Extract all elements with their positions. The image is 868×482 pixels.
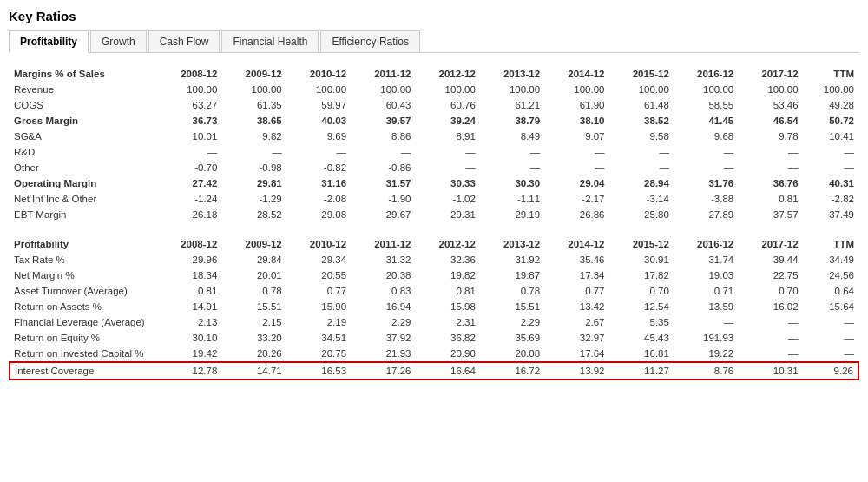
row-value: 9.69	[286, 129, 351, 144]
column-header: 2011-12	[351, 60, 415, 82]
tab-growth[interactable]: Growth	[90, 30, 147, 52]
row-value: 100.00	[351, 82, 415, 97]
row-label: Net Int Inc & Other	[10, 191, 157, 207]
row-value: —	[674, 160, 738, 175]
tab-profitability[interactable]: Profitability	[9, 30, 89, 53]
row-value: —	[415, 160, 479, 175]
column-header: 2013-12	[480, 230, 544, 252]
row-value: 31.57	[351, 175, 415, 191]
tab-efficiency-ratios[interactable]: Efficiency Ratios	[320, 30, 419, 52]
row-value: 15.51	[480, 299, 544, 314]
column-header: 2009-12	[221, 230, 286, 252]
row-value: 9.26	[803, 362, 858, 380]
row-value: 100.00	[674, 82, 738, 97]
row-label: SG&A	[10, 129, 157, 144]
row-value: 36.82	[415, 330, 479, 346]
row-value: 19.42	[157, 346, 221, 362]
page-title: Key Ratios	[9, 9, 859, 23]
key-ratios-table: Margins % of Sales2008-122009-122010-122…	[9, 60, 859, 380]
row-value: 29.08	[286, 207, 351, 222]
row-value: 100.00	[221, 82, 286, 97]
column-header: 2017-12	[738, 60, 802, 82]
row-value: 9.78	[738, 129, 802, 144]
tab-financial-health[interactable]: Financial Health	[221, 30, 319, 52]
row-value: 12.54	[609, 299, 674, 314]
row-value: 10.31	[738, 362, 802, 380]
row-value: 29.67	[351, 207, 415, 222]
row-label: Return on Assets %	[10, 299, 157, 314]
row-value: 16.53	[286, 362, 351, 380]
row-value: —	[738, 160, 802, 175]
row-label: EBT Margin	[10, 207, 157, 222]
tab-cash-flow[interactable]: Cash Flow	[148, 30, 220, 52]
row-value: 100.00	[609, 82, 674, 97]
column-header: 2008-12	[157, 230, 221, 252]
row-value: 31.32	[351, 252, 415, 267]
row-value: 40.03	[286, 113, 351, 129]
row-value: 8.86	[351, 129, 415, 144]
row-value: 60.76	[415, 97, 479, 113]
row-value: —	[480, 144, 544, 160]
row-value: 46.54	[738, 113, 802, 129]
table-row: Net Int Inc & Other-1.24-1.29-2.08-1.90-…	[10, 191, 858, 207]
row-value: 13.92	[544, 362, 608, 380]
row-value: 8.91	[415, 129, 479, 144]
row-value: 15.51	[221, 299, 286, 314]
row-value: —	[544, 144, 608, 160]
row-value: 61.48	[609, 97, 674, 113]
row-value: 100.00	[286, 82, 351, 97]
row-value: 58.55	[674, 97, 738, 113]
row-value: 29.31	[415, 207, 479, 222]
row-value: 2.19	[286, 314, 351, 330]
row-value: 63.27	[157, 97, 221, 113]
table-row: Revenue100.00100.00100.00100.00100.00100…	[10, 82, 858, 97]
row-value: 5.35	[609, 314, 674, 330]
row-value: 15.98	[415, 299, 479, 314]
row-value: 29.96	[157, 252, 221, 267]
row-value: 29.04	[544, 175, 608, 191]
row-value: 0.64	[803, 283, 858, 299]
row-label: Operating Margin	[10, 175, 157, 191]
row-value: 22.75	[738, 267, 802, 283]
section-header-label: Margins % of Sales	[10, 60, 157, 82]
row-value: 41.45	[674, 113, 738, 129]
column-header: 2009-12	[221, 60, 286, 82]
row-value: 35.46	[544, 252, 608, 267]
row-value: —	[609, 160, 674, 175]
row-value: 20.90	[415, 346, 479, 362]
row-value: 34.51	[286, 330, 351, 346]
table-row: Net Margin %18.3420.0120.5520.3819.8219.…	[10, 267, 858, 283]
column-header: 2013-12	[480, 60, 544, 82]
row-value: 18.34	[157, 267, 221, 283]
row-value: 14.91	[157, 299, 221, 314]
row-value: -1.29	[221, 191, 286, 207]
row-value: —	[221, 144, 286, 160]
table-row: Return on Assets %14.9115.5115.9016.9415…	[10, 299, 858, 314]
row-value: 19.22	[674, 346, 738, 362]
row-value: —	[415, 144, 479, 160]
column-header: 2016-12	[674, 60, 738, 82]
row-label: Tax Rate %	[10, 252, 157, 267]
row-value: —	[738, 314, 802, 330]
row-value: 10.01	[157, 129, 221, 144]
table-row: Asset Turnover (Average)0.810.780.770.83…	[10, 283, 858, 299]
row-value: 0.81	[415, 283, 479, 299]
row-value: 16.02	[738, 299, 802, 314]
row-value: 35.69	[480, 330, 544, 346]
row-value: 12.78	[157, 362, 221, 380]
row-value: -0.98	[221, 160, 286, 175]
table-row: Operating Margin27.4229.8131.1631.5730.3…	[10, 175, 858, 191]
row-value: 24.56	[803, 267, 858, 283]
row-value: —	[803, 160, 858, 175]
row-value: —	[157, 144, 221, 160]
column-header: 2012-12	[415, 230, 479, 252]
column-header: 2015-12	[609, 230, 674, 252]
row-value: 30.10	[157, 330, 221, 346]
row-value: 30.30	[480, 175, 544, 191]
row-label: COGS	[10, 97, 157, 113]
row-value: 61.21	[480, 97, 544, 113]
row-value: 9.68	[674, 129, 738, 144]
row-value: 45.43	[609, 330, 674, 346]
row-value: 61.35	[221, 97, 286, 113]
row-value: 20.38	[351, 267, 415, 283]
